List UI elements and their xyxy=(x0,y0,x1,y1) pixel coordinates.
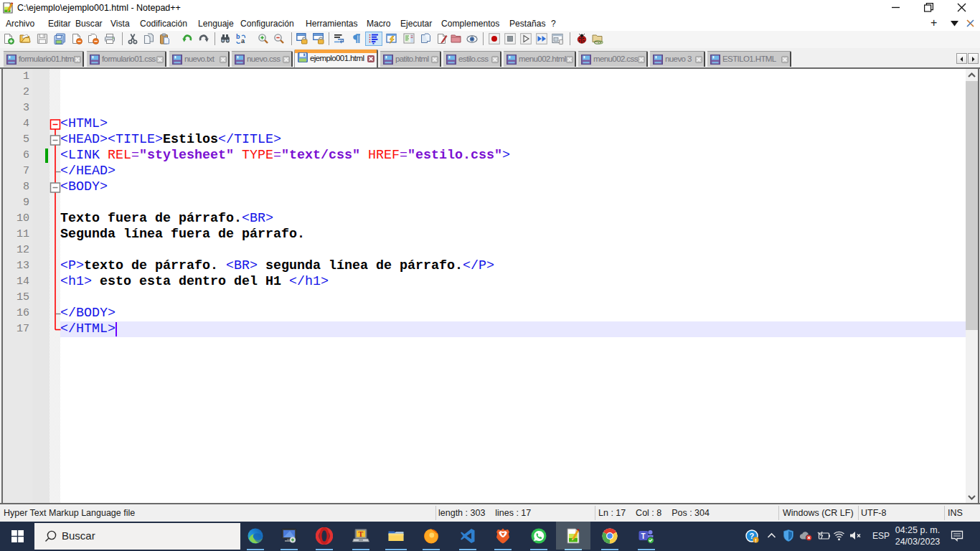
svg-text:a: a xyxy=(241,37,245,44)
svg-text:!: ! xyxy=(755,537,757,544)
svg-text:b: b xyxy=(236,33,240,40)
svg-text:T: T xyxy=(641,532,646,540)
svg-text:T: T xyxy=(358,530,363,538)
